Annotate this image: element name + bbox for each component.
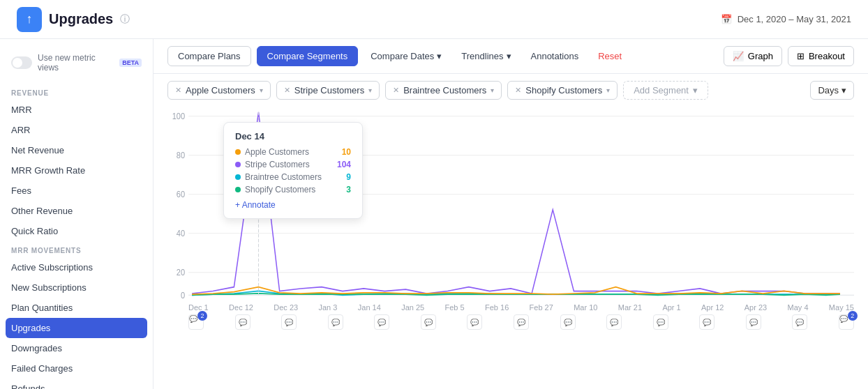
svg-text:100: 100 (172, 112, 186, 122)
x-label-may4: May 4 (788, 303, 809, 312)
sidebar-item-net-revenue[interactable]: Net Revenue (0, 140, 153, 160)
toggle-label: Use new metric views (38, 53, 114, 73)
trendlines-button[interactable]: Trendlines ▾ (454, 47, 518, 66)
add-segment-chevron: ▾ (693, 85, 698, 96)
segment-stripe-chevron[interactable]: ▾ (368, 86, 372, 94)
annotation-icons-row: 💬 2 💬 💬 💬 💬 💬 💬 💬 💬 💬 💬 💬 💬 💬 💬 2 (167, 313, 854, 331)
segment-braintree: ✕ Braintree Customers ▾ (385, 81, 502, 100)
x-labels: Dec 1 Dec 12 Dec 23 Jan 3 Jan 14 Jan 25 … (167, 303, 854, 312)
segment-stripe: ✕ Stripe Customers ▾ (276, 81, 380, 100)
tooltip-label-braintree: Braintree Customers (235, 172, 322, 182)
breakout-icon: ⊞ (797, 51, 805, 61)
annotation-icon-2[interactable]: 💬 (281, 314, 297, 330)
annotate-button[interactable]: + Annotate (235, 200, 276, 210)
sidebar-item-arr[interactable]: ARR (0, 120, 153, 140)
tooltip-row-braintree: Braintree Customers 9 (235, 172, 351, 182)
section-label-mrr-movements: MRR MOVEMENTS (0, 241, 153, 257)
add-segment-button[interactable]: Add Segment ▾ (623, 81, 708, 100)
annotation-icon-4[interactable]: 💬 (374, 314, 389, 330)
x-label-dec23: Dec 23 (274, 303, 298, 312)
svg-text:40: 40 (177, 229, 186, 239)
sidebar-item-fees[interactable]: Fees (0, 181, 153, 201)
days-select[interactable]: Days ▾ (810, 81, 854, 100)
chevron-down-icon-2: ▾ (507, 51, 511, 61)
compare-dates-button[interactable]: Compare Dates ▾ (364, 47, 449, 66)
sidebar-item-plan-quantities[interactable]: Plan Quantities (0, 298, 153, 318)
segment-braintree-label: Braintree Customers (403, 85, 486, 96)
tooltip-value-braintree: 9 (346, 172, 351, 182)
sidebar-item-refunds[interactable]: Refunds (0, 379, 153, 389)
chart-container: 100 80 60 40 20 0 (167, 108, 854, 303)
x-label-feb5: Feb 5 (445, 303, 465, 312)
app-header: ↑ Upgrades ⓘ 📅 Dec 1, 2020 – May 31, 202… (0, 0, 868, 39)
compare-segments-button[interactable]: Compare Segments (257, 46, 359, 66)
app-title: Upgrades (49, 11, 113, 27)
svg-text:80: 80 (177, 151, 186, 161)
tooltip-row-apple: Apple Customers 10 (235, 147, 351, 157)
sidebar-item-mrr[interactable]: MRR (0, 100, 153, 120)
x-label-dec12: Dec 12 (229, 303, 253, 312)
sidebar-item-upgrades[interactable]: Upgrades (6, 318, 147, 338)
sidebar-item-downgrades[interactable]: Downgrades (0, 338, 153, 358)
annotations-button[interactable]: Annotations (524, 47, 586, 66)
annotation-icon-9[interactable]: 💬 (606, 314, 622, 330)
annotation-icon-10[interactable]: 💬 (653, 314, 668, 330)
chart-tooltip: Dec 14 Apple Customers 10 Stripe Custome… (223, 122, 363, 219)
remove-apple-button[interactable]: ✕ (175, 86, 181, 95)
sidebar-item-active-subscriptions[interactable]: Active Subscriptions (0, 257, 153, 277)
sidebar: Use new metric views BETA REVENUE MRR AR… (0, 39, 154, 389)
chart-area: ✕ Apple Customers ▾ ✕ Stripe Customers ▾… (154, 74, 868, 389)
calendar-icon: 📅 (721, 14, 732, 24)
x-label-may15: May 15 (829, 303, 854, 312)
date-range[interactable]: 📅 Dec 1, 2020 – May 31, 2021 (721, 14, 851, 24)
segment-shopify: ✕ Shopify Customers ▾ (507, 81, 618, 100)
segment-shopify-chevron[interactable]: ▾ (606, 86, 610, 94)
reset-button[interactable]: Reset (591, 47, 629, 66)
annotation-icon-13[interactable]: 💬 (792, 314, 807, 330)
annotation-badge-0: 2 (197, 311, 207, 321)
metric-toggle[interactable] (11, 56, 32, 69)
x-label-dec1: Dec 1 (188, 303, 209, 312)
sidebar-section-mrr-movements: MRR MOVEMENTS Active Subscriptions New S… (0, 241, 153, 389)
annotation-icon-1[interactable]: 💬 (235, 314, 250, 330)
annotation-icon-11[interactable]: 💬 (699, 314, 714, 330)
x-label-mar10: Mar 10 (574, 303, 597, 312)
sidebar-item-new-subscriptions[interactable]: New Subscriptions (0, 277, 153, 298)
graph-icon: 📈 (733, 51, 744, 61)
annotation-icon-8[interactable]: 💬 (560, 314, 576, 330)
breakout-button[interactable]: ⊞ Breakout (788, 46, 854, 66)
sidebar-item-other-revenue[interactable]: Other Revenue (0, 201, 153, 221)
info-icon[interactable]: ⓘ (120, 13, 130, 26)
annotation-icon-6[interactable]: 💬 (467, 314, 482, 330)
annotation-icon-7[interactable]: 💬 (514, 314, 529, 330)
segment-shopify-label: Shopify Customers (525, 85, 602, 96)
stripe-color-dot (235, 162, 241, 167)
annotation-icon-12[interactable]: 💬 (746, 314, 761, 330)
x-label-apr23: Apr 23 (744, 303, 767, 312)
annotation-icon-14[interactable]: 💬 2 (839, 314, 854, 330)
sidebar-section-revenue: REVENUE MRR ARR Net Revenue MRR Growth R… (0, 84, 153, 241)
svg-text:20: 20 (177, 268, 186, 278)
remove-braintree-button[interactable]: ✕ (393, 86, 399, 95)
annotation-icon-0[interactable]: 💬 2 (188, 314, 204, 330)
compare-plans-button[interactable]: Compare Plans (167, 46, 251, 66)
chevron-down-icon: ▾ (437, 51, 442, 61)
tooltip-label-shopify: Shopify Customers (235, 185, 315, 194)
remove-shopify-button[interactable]: ✕ (515, 86, 521, 95)
segment-apple-label: Apple Customers (186, 85, 255, 96)
apple-color-dot (235, 149, 241, 155)
main-content: Compare Plans Compare Segments Compare D… (154, 39, 868, 389)
remove-stripe-button[interactable]: ✕ (284, 86, 290, 95)
date-range-text: Dec 1, 2020 – May 31, 2021 (738, 14, 851, 24)
annotation-icon-5[interactable]: 💬 (421, 314, 436, 330)
sidebar-item-failed-charges[interactable]: Failed Charges (0, 358, 153, 379)
annotation-icon-3[interactable]: 💬 (328, 314, 343, 330)
sidebar-item-quick-ratio[interactable]: Quick Ratio (0, 221, 153, 241)
segment-apple: ✕ Apple Customers ▾ (167, 81, 271, 100)
tooltip-label-stripe: Stripe Customers (235, 160, 310, 169)
graph-button[interactable]: 📈 Graph (724, 46, 782, 66)
sidebar-item-mrr-growth[interactable]: MRR Growth Rate (0, 160, 153, 181)
toolbar: Compare Plans Compare Segments Compare D… (154, 39, 868, 74)
segment-apple-chevron[interactable]: ▾ (260, 86, 263, 94)
segment-braintree-chevron[interactable]: ▾ (491, 86, 494, 94)
